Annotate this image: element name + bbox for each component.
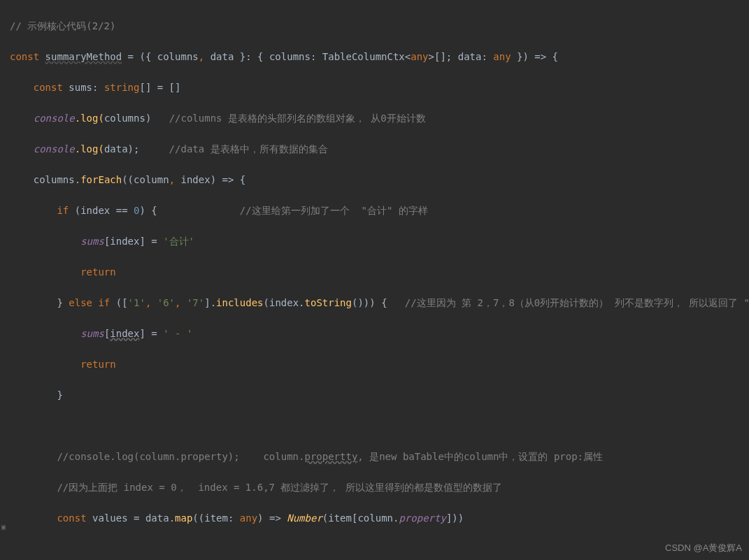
code-line: if (index == 0) { //这里给第一列加了一个 "合计" 的字样 bbox=[10, 203, 749, 218]
code-line: } else if (['1', '6', '7'].includes(inde… bbox=[10, 295, 749, 310]
code-line: console.log(columns) //columns 是表格的头部列名的… bbox=[10, 110, 749, 126]
code-line: const sums: string[] = [] bbox=[10, 80, 749, 95]
code-line: sums[index] = ' - ' bbox=[10, 326, 749, 341]
code-line: const summaryMethod = ({ columns, data }… bbox=[10, 49, 749, 64]
code-line bbox=[10, 541, 749, 557]
code-line: // 示例核心代码(2/2) bbox=[10, 18, 749, 34]
gutter-collapse-icon[interactable]: ▣ bbox=[1, 519, 6, 535]
code-line: sums[index] = '合计' bbox=[10, 234, 749, 249]
code-line: const values = data.map((item: any) => N… bbox=[10, 510, 749, 526]
code-line: //console.log(column.property); column.p… bbox=[10, 449, 749, 464]
code-line: console.log(data); //data 是表格中，所有数据的集合 bbox=[10, 141, 749, 157]
code-line: return bbox=[10, 264, 749, 280]
code-line: return bbox=[10, 357, 749, 372]
code-editor[interactable]: // 示例核心代码(2/2) const summaryMethod = ({ … bbox=[0, 0, 749, 560]
code-line: columns.forEach((column, index) => { bbox=[10, 172, 749, 187]
code-line: //因为上面把 index = 0， index = 1.6,7 都过滤掉了， … bbox=[10, 480, 749, 495]
watermark: CSDN @A黄俊辉A bbox=[665, 540, 742, 556]
code-line: } bbox=[10, 387, 749, 403]
code-line bbox=[10, 418, 749, 433]
